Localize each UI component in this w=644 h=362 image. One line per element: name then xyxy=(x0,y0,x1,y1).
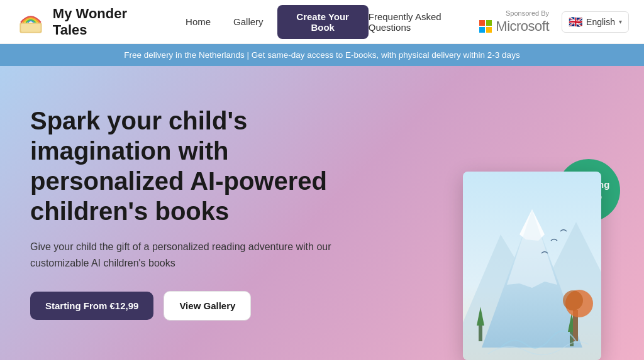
promo-banner: Free delivery in the Netherlands | Get s… xyxy=(0,44,644,66)
hero-section: Spark your child's imagination with pers… xyxy=(0,66,644,360)
microsoft-grid-icon xyxy=(479,20,492,33)
microsoft-text: Microsoft xyxy=(496,18,549,35)
logo-icon xyxy=(15,5,47,39)
nav-links: Home Gallery Create Your Book xyxy=(177,5,369,39)
starting-from-button[interactable]: Starting From €12,99 xyxy=(30,292,153,320)
microsoft-logo: Microsoft xyxy=(479,18,549,35)
navbar: My Wonder Tales Home Gallery Create Your… xyxy=(0,0,644,44)
book-cover-illustration xyxy=(463,172,601,360)
hero-content: Spark your child's imagination with pers… xyxy=(30,106,357,321)
sponsored-box: Sponsored By Microsoft xyxy=(479,9,549,35)
hero-subtitle: Give your child the gift of a personaliz… xyxy=(30,239,357,271)
book-cover xyxy=(463,172,601,360)
hero-title: Spark your child's imagination with pers… xyxy=(30,106,357,226)
banner-text: Free delivery in the Netherlands | Get s… xyxy=(124,50,519,60)
language-text: English xyxy=(586,17,615,27)
svg-point-14 xyxy=(563,290,583,310)
sponsored-label: Sponsored By xyxy=(506,9,549,17)
language-selector[interactable]: 🇬🇧 English ▾ xyxy=(562,11,629,33)
view-gallery-button[interactable]: View Gallery xyxy=(164,291,251,321)
logo-text: My Wonder Tales xyxy=(53,6,157,38)
svg-rect-2 xyxy=(21,23,40,31)
hero-buttons: Starting From €12,99 View Gallery xyxy=(30,291,357,321)
logo-area: My Wonder Tales xyxy=(15,5,157,39)
create-book-button[interactable]: Create Your Book xyxy=(277,5,369,39)
nav-gallery[interactable]: Gallery xyxy=(225,13,272,31)
faq-link[interactable]: Frequently Asked Questions xyxy=(369,11,467,33)
hero-image-area: Including Audio xyxy=(450,146,614,360)
nav-home[interactable]: Home xyxy=(177,13,219,31)
flag-icon: 🇬🇧 xyxy=(569,15,582,29)
navbar-right: Frequently Asked Questions Sponsored By … xyxy=(369,9,629,35)
chevron-down-icon: ▾ xyxy=(619,18,622,25)
navbar-left: My Wonder Tales Home Gallery Create Your… xyxy=(15,5,369,39)
